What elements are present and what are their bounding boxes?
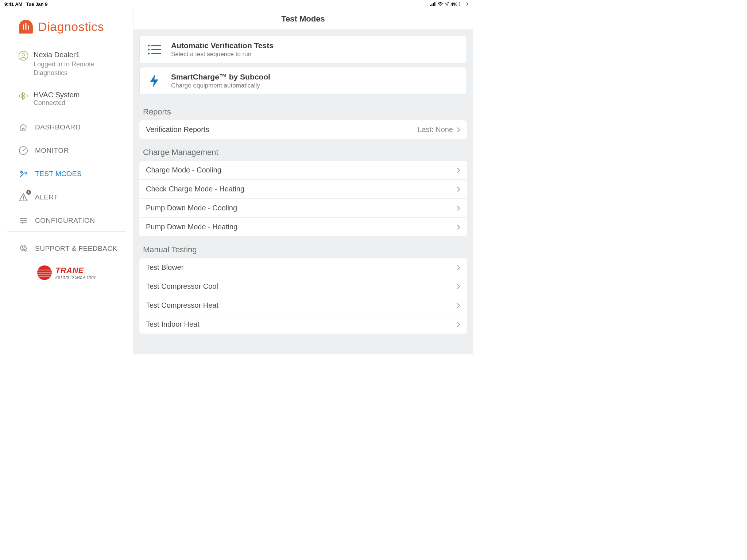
- list-label: Charge Mode - Cooling: [146, 166, 221, 174]
- svg-point-15: [23, 199, 24, 200]
- sidebar-nav: DASHBOARD MONITOR TEST MODES 4 ALERT: [7, 116, 126, 232]
- svg-rect-2: [433, 3, 434, 6]
- divider: [7, 232, 126, 232]
- nav-dashboard[interactable]: DASHBOARD: [7, 116, 126, 138]
- list-label: Verification Reports: [146, 125, 209, 134]
- main-panel: Test Modes Automatic Verification Tests …: [133, 8, 473, 354]
- list-charge-mgmt: Charge Mode - Cooling Check Charge Mode …: [139, 161, 467, 236]
- hvac-name: HVAC System: [34, 91, 80, 99]
- item-verification-reports[interactable]: Verification Reports Last: None: [139, 120, 467, 139]
- svg-rect-31: [151, 45, 161, 46]
- section-title-reports: Reports: [139, 98, 467, 120]
- svg-point-13: [23, 150, 24, 151]
- battery-icon: [459, 2, 468, 6]
- svg-rect-35: [151, 53, 161, 54]
- list-label: Check Charge Mode - Heating: [146, 185, 244, 193]
- wifi-icon: [437, 2, 443, 6]
- trane-globe-icon: [36, 265, 53, 281]
- card-subtitle: Select a test sequence to run: [171, 51, 274, 58]
- card-smartcharge[interactable]: SmartCharge™ by Subcool Charge equipment…: [139, 67, 467, 95]
- chevron-right-icon: [457, 322, 460, 327]
- chevron-right-icon: [457, 186, 460, 192]
- svg-point-11: [22, 53, 25, 56]
- svg-rect-5: [460, 3, 460, 5]
- card-title: SmartCharge™ by Subcool: [171, 73, 270, 81]
- status-bar: 9:41 AM Tue Jan 9 4%: [0, 0, 473, 8]
- nav-label: MONITOR: [35, 147, 69, 155]
- chevron-right-icon: [457, 167, 460, 173]
- item-test-compressor-cool[interactable]: Test Compressor Cool: [139, 277, 467, 296]
- user-icon: [18, 51, 28, 78]
- item-test-compressor-heat[interactable]: Test Compressor Heat: [139, 296, 467, 315]
- app-logo: Diagnostics: [7, 19, 126, 34]
- sliders-icon: [18, 215, 28, 226]
- brand-tagline: It's Hard To Stop A Trane.: [55, 275, 97, 279]
- divider: [7, 41, 126, 41]
- status-time: 9:41 AM: [4, 1, 22, 7]
- list-label: Test Blower: [146, 263, 183, 272]
- svg-rect-21: [22, 222, 23, 223]
- user-block[interactable]: Nexia Dealer1 Logged in to Remote Diagno…: [7, 48, 126, 84]
- nav-label: ALERT: [35, 193, 58, 201]
- hvac-status: Connected: [34, 99, 80, 107]
- svg-rect-20: [24, 220, 26, 221]
- svg-point-34: [148, 53, 150, 55]
- home-icon: [18, 122, 28, 132]
- section-title-manual: Manual Testing: [139, 236, 467, 258]
- hvac-block[interactable]: HVAC System Connected: [7, 84, 126, 116]
- list-manual-testing: Test Blower Test Compressor Cool Test Co…: [139, 258, 467, 334]
- item-test-blower[interactable]: Test Blower: [139, 258, 467, 277]
- diagnostics-icon: [18, 19, 34, 34]
- bolt-icon: [146, 73, 162, 89]
- content-scroll[interactable]: Automatic Verification Tests Select a te…: [133, 30, 473, 339]
- status-date: Tue Jan 9: [26, 1, 47, 7]
- svg-point-30: [148, 45, 150, 47]
- list-icon: [146, 42, 162, 58]
- nav-test-modes[interactable]: TEST MODES: [7, 163, 126, 185]
- battery-percent: 4%: [450, 1, 457, 7]
- user-name: Nexia Dealer1: [34, 51, 126, 59]
- chevron-right-icon: [457, 205, 460, 211]
- svg-point-23: [22, 246, 24, 248]
- bluetooth-icon: [18, 91, 28, 101]
- list-label: Test Indoor Heat: [146, 320, 200, 328]
- svg-rect-0: [430, 5, 431, 6]
- svg-point-10: [19, 51, 28, 61]
- alert-badge: 4: [26, 190, 31, 195]
- list-label: Test Compressor Heat: [146, 301, 218, 310]
- item-test-indoor-heat[interactable]: Test Indoor Heat: [139, 315, 467, 334]
- svg-rect-8: [26, 23, 27, 30]
- card-title: Automatic Verification Tests: [171, 41, 274, 50]
- nav-monitor[interactable]: MONITOR: [7, 140, 126, 162]
- list-label: Test Compressor Cool: [146, 282, 218, 291]
- svg-rect-3: [434, 2, 436, 6]
- item-charge-heating[interactable]: Check Charge Mode - Heating: [139, 180, 467, 199]
- section-title-charge: Charge Management: [139, 139, 467, 161]
- svg-point-32: [148, 49, 150, 51]
- nav-support[interactable]: SUPPORT & FEEDBACK: [7, 238, 126, 260]
- app-title: Diagnostics: [38, 20, 104, 34]
- item-pumpdown-heating[interactable]: Pump Down Mode - Heating: [139, 218, 467, 236]
- svg-rect-9: [28, 26, 29, 30]
- chevron-right-icon: [457, 265, 460, 271]
- item-pumpdown-cooling[interactable]: Pump Down Mode - Cooling: [139, 199, 467, 218]
- chevron-right-icon: [457, 127, 460, 133]
- svg-rect-7: [23, 24, 24, 30]
- cellular-icon: [430, 2, 436, 6]
- nav-configuration[interactable]: CONFIGURATION: [7, 210, 126, 232]
- list-reports: Verification Reports Last: None: [139, 120, 467, 139]
- nav-label: CONFIGURATION: [35, 217, 95, 225]
- user-status: Logged in to Remote Diagnostics: [34, 60, 126, 78]
- card-auto-verification[interactable]: Automatic Verification Tests Select a te…: [139, 36, 467, 63]
- gauge-icon: [18, 145, 28, 156]
- chevron-right-icon: [457, 284, 460, 289]
- chevron-right-icon: [457, 303, 460, 308]
- item-charge-cooling[interactable]: Charge Mode - Cooling: [139, 161, 467, 180]
- svg-rect-1: [431, 4, 433, 6]
- nav-alert[interactable]: 4 ALERT: [7, 186, 126, 208]
- brand-logo: TRANE It's Hard To Stop A Trane.: [7, 265, 126, 281]
- card-subtitle: Charge equipment automatically: [171, 82, 270, 89]
- list-label: Pump Down Mode - Cooling: [146, 204, 237, 212]
- nav-label: SUPPORT & FEEDBACK: [35, 245, 117, 253]
- svg-rect-6: [468, 3, 468, 5]
